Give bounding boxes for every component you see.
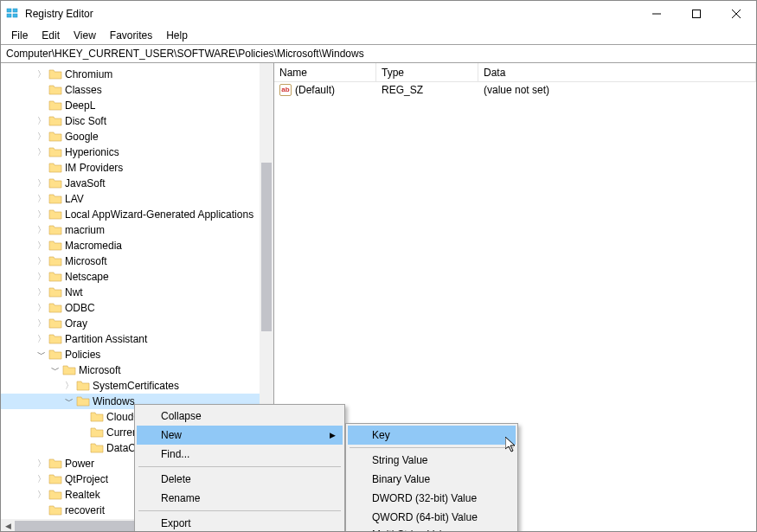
menu-help[interactable]: Help	[159, 28, 195, 43]
menu-new[interactable]: New▶	[137, 426, 343, 445]
tree-node[interactable]: 〉Oray	[1, 316, 273, 331]
tree-label: Windows	[93, 395, 135, 407]
menu-bar: File Edit View Favorites Help	[1, 27, 756, 44]
expand-icon[interactable]: 〉	[35, 473, 48, 485]
menu-favorites[interactable]: Favorites	[103, 28, 159, 43]
tree-label: Realtek	[65, 489, 100, 501]
expand-icon[interactable]: 〉	[35, 317, 48, 330]
folder-icon	[48, 177, 62, 189]
tree-vscroll-thumb[interactable]	[261, 163, 272, 331]
collapse-icon[interactable]: ﹀	[49, 364, 61, 376]
expand-icon[interactable]: 〉	[35, 131, 48, 143]
folder-icon	[48, 240, 62, 252]
tree-node[interactable]: 〉Chromium	[1, 67, 273, 82]
submenu-dword[interactable]: DWORD (32-bit) Value	[348, 489, 516, 508]
tree-spacer	[77, 442, 89, 454]
tree-node[interactable]: ﹀Policies	[1, 347, 273, 362]
expand-icon[interactable]: 〉	[35, 286, 48, 298]
maximize-button[interactable]	[677, 1, 716, 27]
title-bar: Registry Editor	[1, 1, 756, 27]
folder-icon	[48, 349, 62, 361]
folder-icon	[48, 162, 62, 174]
expand-icon[interactable]: 〉	[35, 146, 48, 158]
tree-label: Classes	[65, 84, 102, 96]
menu-collapse[interactable]: Collapse	[137, 407, 343, 426]
tree-node[interactable]: 〉LAV	[1, 191, 273, 207]
tree-node[interactable]: 〉Nwt	[1, 285, 273, 300]
expand-icon[interactable]: 〉	[35, 458, 48, 470]
expand-icon[interactable]: 〉	[35, 224, 48, 236]
expand-icon[interactable]: 〉	[35, 489, 48, 501]
menu-find[interactable]: Find...	[137, 445, 343, 464]
menu-rename[interactable]: Rename	[137, 489, 343, 508]
submenu-key[interactable]: Key	[348, 426, 516, 445]
tree-node[interactable]: 〉Google	[1, 129, 273, 144]
close-button[interactable]	[716, 1, 756, 27]
tree-node[interactable]: 〉Netscape	[1, 269, 273, 285]
tree-node[interactable]: 〉Macromedia	[1, 238, 273, 253]
minimize-button[interactable]	[637, 1, 677, 27]
tree-label: Microsoft	[79, 364, 121, 376]
expand-icon[interactable]: 〉	[35, 193, 48, 205]
tree-label: Chromium	[65, 68, 112, 80]
value-row[interactable]: ab (Default) REG_SZ (value not set)	[274, 82, 756, 98]
menu-edit[interactable]: Edit	[35, 28, 67, 43]
tree-node[interactable]: 〉JavaSoft	[1, 176, 273, 191]
expand-icon[interactable]: 〉	[35, 302, 48, 314]
collapse-icon[interactable]: ﹀	[63, 395, 75, 407]
menu-file[interactable]: File	[4, 28, 35, 43]
folder-icon	[48, 333, 62, 345]
folder-icon	[62, 364, 76, 376]
svg-rect-5	[693, 10, 701, 18]
expand-icon[interactable]: 〉	[35, 208, 48, 221]
folder-icon	[48, 193, 62, 205]
tree-label: IM Providers	[65, 162, 123, 174]
tree-node[interactable]: 〉Disc Soft	[1, 113, 273, 129]
expand-icon[interactable]: 〉	[35, 240, 48, 252]
tree-spacer	[77, 411, 89, 423]
tree-node[interactable]: IM Providers	[1, 160, 273, 176]
menu-separator	[138, 510, 341, 511]
tree-label: JavaSoft	[65, 177, 106, 189]
menu-export[interactable]: Export	[137, 514, 343, 532]
collapse-icon[interactable]: ﹀	[35, 349, 48, 361]
tree-node[interactable]: 〉Local AppWizard-Generated Applications	[1, 207, 273, 222]
folder-icon	[48, 208, 62, 221]
new-submenu: Key String Value Binary Value DWORD (32-…	[345, 423, 518, 532]
tree-node[interactable]: Classes	[1, 82, 273, 98]
tree-label: macrium	[65, 224, 105, 236]
tree-node[interactable]: 〉SystemCertificates	[1, 378, 273, 394]
expand-icon[interactable]: 〉	[35, 271, 48, 283]
tree-node[interactable]: DeepL	[1, 98, 273, 113]
values-header: Name Type Data	[274, 63, 756, 82]
tree-node[interactable]: 〉Partition Assistant	[1, 331, 273, 347]
tree-node[interactable]: ﹀Microsoft	[1, 362, 273, 378]
hscroll-left-icon[interactable]: ◀	[1, 519, 15, 532]
column-name[interactable]: Name	[274, 63, 376, 81]
expand-icon[interactable]: 〉	[35, 177, 48, 189]
tree-node[interactable]: 〉ODBC	[1, 300, 273, 316]
tree-node[interactable]: 〉macrium	[1, 222, 273, 238]
expand-icon[interactable]: 〉	[35, 115, 48, 127]
folder-icon	[76, 380, 90, 392]
folder-icon	[48, 84, 62, 96]
expand-icon[interactable]: 〉	[63, 380, 75, 392]
expand-icon[interactable]: 〉	[35, 333, 48, 345]
folder-icon	[48, 68, 62, 80]
folder-icon	[48, 224, 62, 236]
column-data[interactable]: Data	[478, 63, 756, 81]
submenu-qword[interactable]: QWORD (64-bit) Value	[348, 508, 516, 527]
expand-icon[interactable]: 〉	[35, 255, 48, 267]
submenu-binary[interactable]: Binary Value	[348, 470, 516, 489]
tree-node[interactable]: 〉Hyperionics	[1, 144, 273, 160]
menu-view[interactable]: View	[67, 28, 103, 43]
folder-icon	[48, 302, 62, 314]
column-type[interactable]: Type	[376, 63, 478, 81]
tree-label: DeepL	[65, 99, 95, 112]
menu-delete[interactable]: Delete	[137, 470, 343, 489]
submenu-string[interactable]: String Value	[348, 451, 516, 470]
expand-icon[interactable]: 〉	[35, 68, 48, 80]
address-input[interactable]	[4, 47, 753, 61]
tree-label: Netscape	[65, 271, 109, 283]
tree-node[interactable]: 〉Microsoft	[1, 253, 273, 269]
